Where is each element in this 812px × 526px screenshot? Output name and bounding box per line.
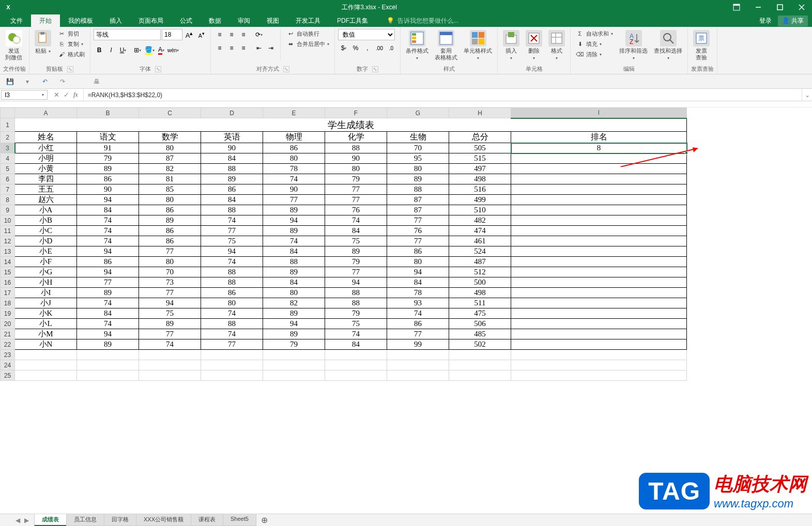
invoice-check-button[interactable]: 票 发票 查验: [691, 29, 712, 62]
decrease-font-button[interactable]: A▾: [196, 29, 207, 40]
cell-G3[interactable]: 70: [387, 143, 449, 153]
align-left-button[interactable]: ≡: [214, 42, 225, 54]
sheet-tab-0[interactable]: 成绩表: [34, 514, 67, 526]
cell-C17[interactable]: 77: [139, 288, 201, 298]
cell-A4[interactable]: 小明: [15, 153, 77, 164]
cell-B14[interactable]: 86: [77, 257, 139, 267]
cell-I19[interactable]: [511, 308, 687, 319]
cell-G22[interactable]: 99: [387, 339, 449, 350]
copy-button[interactable]: ⎘复制 ▾: [55, 39, 87, 49]
cell-G14[interactable]: 80: [387, 257, 449, 267]
cell-E3[interactable]: 86: [263, 143, 325, 153]
merge-center-button[interactable]: ⬌合并后居中 ▾: [284, 39, 331, 49]
cell-F3[interactable]: 88: [325, 143, 387, 153]
cell-A15[interactable]: 小G: [15, 267, 77, 277]
tab-insert[interactable]: 插入: [101, 14, 130, 27]
cell-D7[interactable]: 86: [201, 184, 263, 195]
cell-I10[interactable]: [511, 215, 687, 226]
conditional-format-button[interactable]: 条件格式▾: [404, 29, 431, 62]
sort-filter-button[interactable]: AZ 排序和筛选▾: [617, 29, 650, 62]
cell-E12[interactable]: 74: [263, 236, 325, 246]
cell-C16[interactable]: 73: [139, 277, 201, 288]
cell-H8[interactable]: 499: [449, 195, 511, 205]
cell-A22[interactable]: 小N: [15, 339, 77, 350]
cell-E16[interactable]: 84: [263, 277, 325, 288]
cell-G16[interactable]: 84: [387, 277, 449, 288]
cell-B6[interactable]: 86: [77, 174, 139, 184]
cell-H6[interactable]: 498: [449, 174, 511, 184]
cell-A6[interactable]: 李四: [15, 174, 77, 184]
row-header-3[interactable]: 3: [1, 143, 15, 153]
cell-F20[interactable]: 75: [325, 319, 387, 329]
cell-H15[interactable]: 512: [449, 267, 511, 277]
comma-button[interactable]: ,: [362, 42, 373, 54]
print-button[interactable]: 🖶: [91, 76, 102, 87]
cell-B19[interactable]: 84: [77, 308, 139, 319]
cell-I16[interactable]: [511, 277, 687, 288]
tab-layout[interactable]: 页面布局: [130, 14, 172, 27]
cell-B17[interactable]: 89: [77, 288, 139, 298]
cell-A13[interactable]: 小E: [15, 246, 77, 257]
cell-H12[interactable]: 461: [449, 236, 511, 246]
cell-A18[interactable]: 小J: [15, 298, 77, 308]
cell-C21[interactable]: 77: [139, 329, 201, 339]
tab-review[interactable]: 审阅: [229, 14, 258, 27]
cell-F21[interactable]: 74: [325, 329, 387, 339]
cell-C6[interactable]: 81: [139, 174, 201, 184]
cell-C13[interactable]: 77: [139, 246, 201, 257]
cell-header-F[interactable]: 化学: [325, 132, 387, 143]
find-select-button[interactable]: 查找和选择▾: [652, 29, 684, 62]
cell-B8[interactable]: 94: [77, 195, 139, 205]
cell-B13[interactable]: 94: [77, 246, 139, 257]
cell-F15[interactable]: 77: [325, 267, 387, 277]
cell-B9[interactable]: 84: [77, 205, 139, 215]
cell-H4[interactable]: 515: [449, 153, 511, 164]
percent-button[interactable]: %: [350, 42, 361, 54]
cell-E15[interactable]: 89: [263, 267, 325, 277]
cell-F13[interactable]: 89: [325, 246, 387, 257]
cell-G25[interactable]: [387, 370, 449, 381]
sheet-tab-3[interactable]: XXX公司销售额: [136, 514, 191, 526]
cell-E11[interactable]: 89: [263, 226, 325, 236]
cell-D17[interactable]: 86: [201, 288, 263, 298]
cell-C12[interactable]: 86: [139, 236, 201, 246]
align-top-button[interactable]: ≡: [214, 29, 225, 40]
cell-B22[interactable]: 89: [77, 339, 139, 350]
cell-A7[interactable]: 王五: [15, 184, 77, 195]
cell-F10[interactable]: 74: [325, 215, 387, 226]
fill-handle[interactable]: [685, 151, 688, 154]
cell-I25[interactable]: [511, 370, 687, 381]
cell-I6[interactable]: [511, 174, 687, 184]
cell-D20[interactable]: 88: [201, 319, 263, 329]
phonetic-button[interactable]: wén▾: [167, 44, 179, 56]
cell-H3[interactable]: 505: [449, 143, 511, 153]
row-header-8[interactable]: 8: [1, 195, 15, 205]
row-header-23[interactable]: 23: [1, 350, 15, 360]
formula-expand-button[interactable]: ⌄: [802, 89, 812, 101]
cell-E23[interactable]: [263, 350, 325, 360]
row-header-7[interactable]: 7: [1, 184, 15, 195]
cell-D21[interactable]: 74: [201, 329, 263, 339]
cell-A19[interactable]: 小K: [15, 308, 77, 319]
italic-button[interactable]: I: [105, 44, 117, 56]
send-wechat-button[interactable]: 发送 到微信: [3, 29, 24, 62]
cell-A8[interactable]: 赵六: [15, 195, 77, 205]
cell-B7[interactable]: 90: [77, 184, 139, 195]
cell-H13[interactable]: 524: [449, 246, 511, 257]
row-header-15[interactable]: 15: [1, 267, 15, 277]
cell-E5[interactable]: 78: [263, 164, 325, 174]
cell-D12[interactable]: 75: [201, 236, 263, 246]
align-center-button[interactable]: ≡: [226, 42, 237, 54]
tab-data[interactable]: 数据: [201, 14, 229, 27]
cell-F25[interactable]: [325, 370, 387, 381]
cell-I20[interactable]: [511, 319, 687, 329]
ribbon-options-icon[interactable]: [726, 0, 747, 14]
cell-D22[interactable]: 77: [201, 339, 263, 350]
cell-A11[interactable]: 小C: [15, 226, 77, 236]
cell-H22[interactable]: 502: [449, 339, 511, 350]
col-header-A[interactable]: A: [15, 108, 77, 118]
cell-G24[interactable]: [387, 360, 449, 370]
cell-G11[interactable]: 76: [387, 226, 449, 236]
row-header-5[interactable]: 5: [1, 164, 15, 174]
cell-H25[interactable]: [449, 370, 511, 381]
